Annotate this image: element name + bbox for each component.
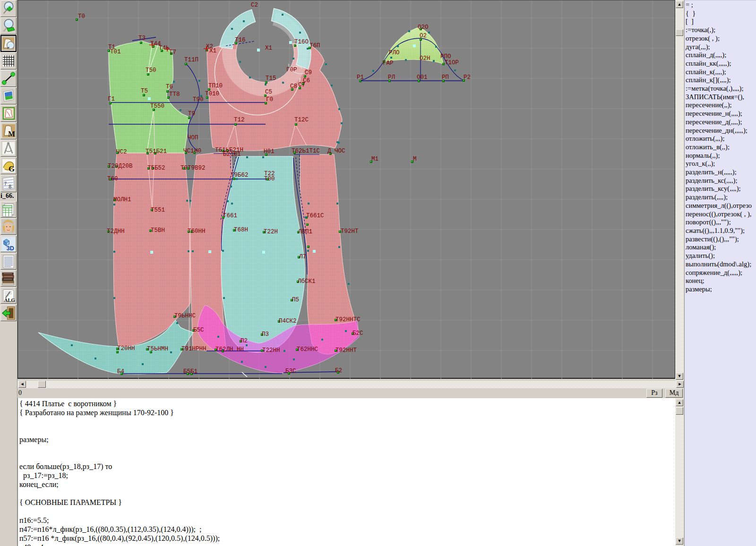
svg-text:Т11П: Т11П xyxy=(184,57,198,63)
svg-text:ALG: ALG xyxy=(4,297,15,302)
svg-text:Т4Ь: Т4Ь xyxy=(159,45,170,51)
svg-text:Т20НН: Т20НН xyxy=(117,345,135,352)
svg-text:М: М xyxy=(413,156,417,162)
svg-text:Р2: Р2 xyxy=(464,74,471,81)
svg-text:РЛО: РЛО xyxy=(389,50,400,56)
svg-text:ТТ8: ТТ8 xyxy=(169,91,180,98)
svg-text:Т5ВН: Т5ВН xyxy=(151,227,165,234)
svg-text:8: 8 xyxy=(9,183,12,189)
svg-text:Т7: Т7 xyxy=(169,49,176,56)
svg-text:Г1: Г1 xyxy=(108,96,115,102)
svg-text:ЛбСК1: ЛбСК1 xyxy=(297,278,316,285)
svg-text:О2Н: О2Н xyxy=(420,55,430,62)
svg-text:Т6П: Т6П xyxy=(309,43,320,49)
svg-text:Т92НТ: Т92НТ xyxy=(341,228,359,235)
svg-text:Т00: Т00 xyxy=(264,176,275,182)
svg-text:Н0: Н0 xyxy=(194,148,201,154)
svg-text:Т9: Т9 xyxy=(188,111,195,117)
svg-text:Т9Т9В92: Т9Т9В92 xyxy=(180,165,206,171)
svg-text:Т661С: Т661С xyxy=(306,213,324,219)
svg-text:П5: П5 xyxy=(292,297,299,303)
svg-text:ЧС2: ЧС2 xyxy=(116,149,127,155)
svg-text:Т62ННС: Т62ННС xyxy=(297,346,318,353)
svg-text:Т010: Т010 xyxy=(205,91,219,97)
svg-text:Т20Д20В: Т20Д20В xyxy=(108,163,133,170)
svg-text:G: G xyxy=(9,164,15,173)
svg-text:С5: С5 xyxy=(265,89,272,95)
svg-text:Т22НН: Т22НН xyxy=(262,347,280,354)
svg-text:7: 7 xyxy=(4,180,7,186)
svg-text:С2: С2 xyxy=(251,2,258,9)
svg-text:Т0: Т0 xyxy=(78,13,85,20)
svg-text:Б3С: Б3С xyxy=(285,368,296,375)
svg-text:Т92ННТ: Т92ННТ xyxy=(335,347,357,354)
svg-text:Г0: Г0 xyxy=(266,96,273,103)
svg-text:Н01: Н01 xyxy=(264,148,275,155)
svg-text:Т92ННТС: Т92ННТС xyxy=(335,316,361,323)
svg-text:Т91НРНН: Т91НРНН xyxy=(181,346,206,352)
svg-text:Б5Б1: Б5Б1 xyxy=(183,368,198,375)
svg-text:Т50: Т50 xyxy=(146,67,156,74)
svg-text:Т551: Т551 xyxy=(151,207,165,213)
svg-text:Т550: Т550 xyxy=(150,103,164,110)
svg-text:О2: О2 xyxy=(420,33,427,39)
svg-text:ГАР: ГАР xyxy=(383,60,394,67)
svg-text:Т62ЛН НН: Т62ЛН НН xyxy=(215,346,244,353)
svg-text:M: M xyxy=(8,130,15,138)
svg-text:О01: О01 xyxy=(417,74,428,81)
svg-text:Т16О: Т16О xyxy=(294,39,309,45)
svg-text:Т9ЬННС: Т9ЬННС xyxy=(174,313,196,319)
svg-text:Б2: Б2 xyxy=(335,367,342,374)
svg-text:Т5: Т5 xyxy=(141,88,148,94)
svg-text:Т22Н: Т22Н xyxy=(264,229,278,235)
svg-text:3D: 3D xyxy=(7,245,14,251)
svg-text:Х1: Х1 xyxy=(265,45,272,51)
svg-text:П4СК2: П4СК2 xyxy=(279,318,297,324)
svg-text:О2О: О2О xyxy=(418,24,429,31)
svg-text:РПО: РПО xyxy=(440,53,451,60)
svg-text:Т3: Т3 xyxy=(138,35,146,42)
svg-text:Т51Б21: Т51Б21 xyxy=(146,148,167,155)
svg-text:С8: С8 xyxy=(290,83,297,90)
svg-text:Т5Б52: Т5Б52 xyxy=(147,165,165,171)
svg-text:Т12С: Т12С xyxy=(294,117,309,123)
svg-text:П2: П2 xyxy=(241,338,248,344)
svg-text:Т15: Т15 xyxy=(266,75,276,82)
svg-text:Д ЧОС: Д ЧОС xyxy=(327,148,345,154)
svg-text:Б4: Б4 xyxy=(117,368,124,375)
svg-text:Г0Р: Г0Р xyxy=(286,67,297,73)
svg-text:ЛВП1: ЛВП1 xyxy=(298,229,312,235)
svg-text:Б21Ю1: Б21Ю1 xyxy=(223,151,241,158)
svg-text:Т661: Т661 xyxy=(223,213,237,219)
svg-text:Т2ДНН: Т2ДНН xyxy=(107,228,125,235)
svg-text:Т90: Т90 xyxy=(193,96,204,103)
svg-text:Т60: Т60 xyxy=(107,176,118,182)
svg-text:Т16: Т16 xyxy=(235,37,246,43)
svg-text:Т01: Т01 xyxy=(110,49,121,55)
svg-text:Л7: Л7 xyxy=(299,254,306,260)
svg-text:ЧС1: ЧС1 xyxy=(183,148,194,154)
svg-text:МОЛН1: МОЛН1 xyxy=(113,196,131,203)
svg-text:Т60НН: Т60НН xyxy=(188,228,206,235)
svg-text:П3: П3 xyxy=(262,331,269,338)
svg-text:Б5С: Б5С xyxy=(193,327,204,333)
svg-text:РЛ: РЛ xyxy=(388,74,395,81)
svg-text:Т1ОР: Т1ОР xyxy=(445,60,459,66)
svg-text:Т9Б62: Т9Б62 xyxy=(231,172,249,179)
svg-text:Т12: Т12 xyxy=(234,117,245,123)
svg-text:М1: М1 xyxy=(371,156,378,162)
svg-text:Т62Ь1Т1С: Т62Ь1Т1С xyxy=(292,148,320,154)
svg-text:Х1: Х1 xyxy=(209,48,216,54)
svg-text:ТП10: ТП10 xyxy=(208,83,223,89)
svg-text:Б2С: Б2С xyxy=(352,330,363,337)
svg-text:С7: С7 xyxy=(298,82,305,88)
svg-text:Т68Н: Т68Н xyxy=(234,227,248,233)
svg-text:РП: РП xyxy=(442,74,449,81)
svg-text:Т6: Т6 xyxy=(166,84,173,90)
svg-text:С9: С9 xyxy=(305,69,312,76)
svg-text:Р1: Р1 xyxy=(357,74,364,81)
svg-text:ЧОП: ЧОП xyxy=(188,135,198,141)
svg-text:Т5ЬНМН: Т5ЬНМН xyxy=(147,346,168,352)
